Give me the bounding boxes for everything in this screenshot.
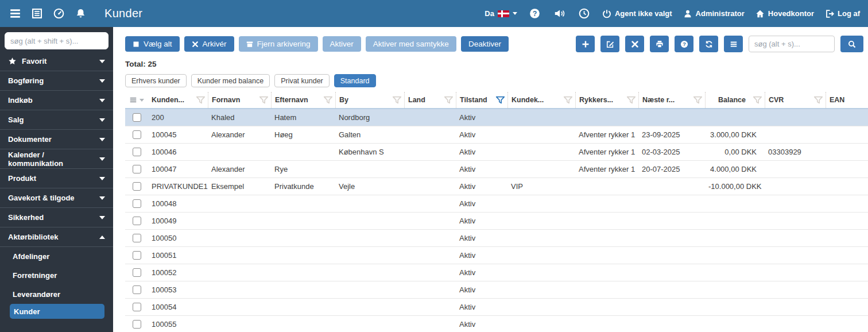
column-header-cvr[interactable]: CVR [765,92,826,108]
cell-kundenummer: 100049 [148,217,208,225]
journal-button[interactable] [30,7,44,21]
topbar-item-user[interactable]: Administrator [683,9,745,18]
list-button[interactable] [724,36,743,52]
dashboard-button[interactable] [52,7,65,21]
column-header-naeste_rykker[interactable]: Næste r... [638,92,705,108]
table-row[interactable]: 100049Aktiv [125,213,868,230]
cell-efternavn: Hatem [271,113,335,122]
row-checkbox[interactable] [133,182,141,191]
clock-button[interactable] [578,7,591,21]
sidebar-subitem-forretninger[interactable]: Forretninger [0,266,113,285]
table-search-input[interactable] [749,36,835,52]
table-row[interactable]: 100055Aktiv [125,316,868,332]
table-row[interactable]: 100052Aktiv [125,264,868,281]
x-button[interactable] [625,36,644,52]
sidebar-item-favorit[interactable]: Favorit [0,52,113,71]
deaktiver-button[interactable]: Deaktiver [461,36,509,52]
help-button[interactable]: ? [675,36,693,52]
row-checkbox[interactable] [133,130,141,139]
filter-funnel-icon[interactable] [495,96,505,105]
sidebar-search-input[interactable] [5,32,108,49]
table-row[interactable]: 100051Aktiv [125,247,868,264]
table-row[interactable]: PRIVATKUNDE1EksempelPrivatkundeVejleAkti… [125,178,868,195]
row-checkbox[interactable] [133,217,141,225]
sidebar-subitem-kunder[interactable]: Kunder [10,304,104,319]
chevron-down-icon [99,60,105,63]
topbar-item-home[interactable]: Hovedkontor [755,9,814,18]
menu-button[interactable] [8,7,22,21]
filter-funnel-icon[interactable] [259,96,269,105]
sidebar-item-produkt[interactable]: Produkt [0,169,113,188]
filter-chip-standard[interactable]: Standard [334,74,376,87]
row-checkbox[interactable] [133,165,141,173]
filter-funnel-icon[interactable] [813,96,823,105]
column-header-rykkerstatus[interactable]: Rykkers... [575,92,638,108]
table-row[interactable]: 100054Aktiv [125,299,868,316]
plus-button[interactable] [576,36,595,52]
sidebar-item-akt-rbibliotek[interactable]: Aktørbibliotek [0,227,113,247]
edit-button[interactable] [600,36,619,52]
column-header-efternavn[interactable]: Efternavn [271,92,335,108]
column-header-kundekategori[interactable]: Kundek... [507,92,575,108]
sidebar-item-dokumenter[interactable]: Dokumenter [0,130,113,149]
cell-by: Galten [335,130,404,139]
bell-button[interactable] [73,7,87,21]
row-checkbox[interactable] [133,234,141,242]
print-button[interactable] [650,36,669,52]
column-header-land[interactable]: Land [404,92,456,108]
column-header-fornavn[interactable]: Fornavn [208,92,271,108]
search-button[interactable] [840,36,863,52]
row-checkbox[interactable] [133,303,141,311]
filter-funnel-icon[interactable] [563,96,573,105]
sidebar-item-sikkerhed[interactable]: Sikkerhed [0,208,113,227]
table-row[interactable]: 100047AlexanderRyeAktivAfventer rykker 1… [125,161,868,178]
column-header-balance[interactable]: Balance [705,92,765,108]
sidebar-item-salg[interactable]: Salg [0,110,113,130]
table-row[interactable]: 100050Aktiv [125,230,868,247]
table-row[interactable]: 100048Aktiv [125,195,868,213]
filter-funnel-icon[interactable] [323,96,333,105]
select-menu-header[interactable] [125,92,148,108]
sidebar-item-indk-b[interactable]: Indkøb [0,91,113,110]
volume-button[interactable] [553,7,567,21]
table-row[interactable]: 100046København SAktivAfventer rykker 10… [125,144,868,161]
filter-funnel-icon[interactable] [693,96,703,105]
sidebar-subitem-afdelinger[interactable]: Afdelinger [0,247,113,266]
filter-funnel-icon[interactable] [196,96,206,105]
row-checkbox[interactable] [133,148,141,156]
table-row[interactable]: 100053Aktiv [125,281,868,299]
language-selector[interactable]: Da [485,9,517,18]
row-checkbox[interactable] [133,268,141,277]
arkiv-r-button[interactable]: Arkivér [184,36,234,52]
topbar-item-logout[interactable]: Log af [825,9,860,18]
fjern-arkivering-button[interactable]: Fjern arkivering [239,36,318,52]
sidebar-item-gavekort-tilgode[interactable]: Gavekort & tilgode [0,188,113,208]
sidebar-item-bogf-ring[interactable]: Bogføring [0,71,113,91]
filter-chip-kunder-med-balance[interactable]: Kunder med balance [191,74,270,87]
row-checkbox[interactable] [133,285,141,294]
sidebar-subitem-leverand-rer[interactable]: Leverandører [0,285,113,304]
table-row[interactable]: 200KhaledHatemNordborgAktiv [125,109,868,126]
column-header-kundenummer[interactable]: Kunden... [148,92,208,108]
filter-chip-erhvers-kunder[interactable]: Erhvers kunder [125,74,187,87]
row-checkbox[interactable] [133,320,141,329]
table-row[interactable]: 100045AlexanderHøegGaltenAktivAfventer r… [125,126,868,144]
filter-chip-privat-kunder[interactable]: Privat kunder [274,74,330,87]
row-checkbox[interactable] [133,113,141,122]
aktiver-button[interactable]: Aktiver [323,36,361,52]
filter-funnel-icon[interactable] [626,96,636,105]
column-header-tilstand[interactable]: Tilstand [456,92,507,108]
help-button[interactable]: ? [528,7,542,21]
filter-funnel-icon[interactable] [444,96,454,105]
sidebar-item-kalender-kommunikation[interactable]: Kalender / kommunikation [0,149,113,169]
topbar-item-power[interactable]: Agent ikke valgt [602,9,672,18]
refresh-button[interactable] [699,36,718,52]
vælg-alt-button[interactable]: Vælg alt [125,36,180,52]
row-checkbox[interactable] [133,199,141,208]
row-checkbox[interactable] [133,251,141,260]
filter-funnel-icon[interactable] [753,96,762,105]
column-header-by[interactable]: By [335,92,404,108]
column-header-ean[interactable]: EAN [826,92,868,108]
filter-funnel-icon[interactable] [392,96,402,105]
aktiver-med-samtykke-button[interactable]: Aktiver med samtykke [366,36,456,52]
